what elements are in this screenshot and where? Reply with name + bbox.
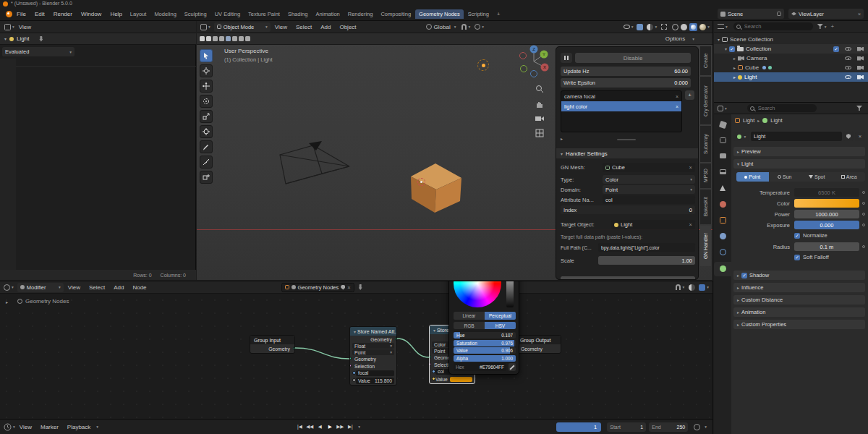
- hsv-tab[interactable]: HSV: [485, 322, 516, 329]
- jump-to-start-button[interactable]: |◀: [294, 422, 305, 432]
- sidebar-tab-mp3d[interactable]: MP3D: [700, 163, 711, 188]
- color-swatch[interactable]: [794, 199, 859, 208]
- alpha-slider[interactable]: Alpha1.000: [454, 355, 516, 362]
- spreadsheet-editor-icon[interactable]: [4, 24, 11, 30]
- ortho-toggle-icon[interactable]: [535, 129, 544, 137]
- tool-rotate[interactable]: [200, 95, 213, 108]
- tab-geometry-nodes[interactable]: Geometry Nodes: [415, 9, 464, 19]
- pin-icon[interactable]: [359, 284, 362, 290]
- cube-object[interactable]: [402, 156, 469, 216]
- light-object[interactable]: [477, 59, 489, 71]
- node-overlays-icon[interactable]: [689, 284, 695, 291]
- viewport-3d[interactable]: ▾ Object Mode▾ View Select Add Object Gl…: [197, 21, 713, 280]
- sidebar-tab-cry-generator[interactable]: Cry Generator: [700, 77, 711, 124]
- type-area-button[interactable]: Area: [833, 172, 866, 182]
- node-node-menu[interactable]: Node: [128, 284, 150, 291]
- tab-viewlayer-icon[interactable]: [720, 169, 726, 174]
- collection-checkbox[interactable]: ✓: [729, 46, 735, 52]
- socket-geometry-in[interactable]: [430, 355, 431, 359]
- outliner-editor-icon[interactable]: [718, 24, 724, 29]
- socket-value-in[interactable]: [352, 378, 356, 382]
- menu-help[interactable]: Help: [106, 11, 126, 17]
- eye-icon[interactable]: [845, 56, 851, 60]
- tab-constraints-icon[interactable]: [720, 233, 726, 239]
- render-visibility-icon[interactable]: [857, 56, 864, 61]
- timeline-view-menu[interactable]: View: [15, 424, 36, 430]
- animate-dot[interactable]: [862, 191, 865, 194]
- render-visibility-icon[interactable]: [857, 66, 864, 70]
- scene-selector[interactable]: Scene: [718, 9, 784, 19]
- tab-world-icon[interactable]: [720, 201, 726, 208]
- viewport-editor-icon[interactable]: [200, 24, 207, 30]
- list-item-light-color[interactable]: light color ×: [561, 101, 681, 111]
- hex-field[interactable]: Hex#E79604FF: [454, 363, 506, 371]
- disable-button[interactable]: Disable: [575, 53, 691, 63]
- timeline-marker-menu[interactable]: Marker: [36, 424, 63, 430]
- attribute-name-field[interactable]: col: [603, 195, 695, 204]
- node-snap-icon[interactable]: [676, 284, 681, 290]
- render-visibility-icon[interactable]: [857, 47, 864, 51]
- tab-output-icon[interactable]: [720, 153, 726, 158]
- type-sun-button[interactable]: Sun: [769, 172, 801, 182]
- tab-animation[interactable]: Animation: [312, 9, 343, 19]
- node-group-output[interactable]: Group Output Geometry: [516, 335, 561, 354]
- shading-material-icon[interactable]: [689, 23, 697, 31]
- node-select-menu[interactable]: Select: [85, 284, 109, 291]
- breadcrumb-data[interactable]: Light: [770, 117, 782, 124]
- node-view-menu[interactable]: View: [64, 284, 85, 291]
- blender-menu-logo-icon[interactable]: [6, 11, 12, 17]
- expand-arrow-icon[interactable]: ▸: [561, 136, 563, 141]
- perceptual-button[interactable]: Perceptual: [485, 312, 516, 320]
- eye-icon[interactable]: [845, 47, 851, 51]
- type-point-button[interactable]: Point: [736, 172, 769, 182]
- viewport-select-menu[interactable]: Select: [292, 24, 316, 30]
- tab-object-icon[interactable]: [720, 217, 726, 224]
- tool-annotate[interactable]: [200, 140, 213, 153]
- power-field[interactable]: 1000.000: [794, 210, 859, 218]
- pause-button[interactable]: [561, 53, 572, 63]
- eyedropper-button[interactable]: [509, 363, 516, 371]
- sidebar-tab-bakeskit[interactable]: BakesKit: [700, 190, 711, 224]
- domain-dropdown[interactable]: Point▾: [352, 349, 394, 355]
- tab-rendering[interactable]: Rendering: [344, 9, 377, 19]
- outliner-search[interactable]: [733, 22, 813, 30]
- prev-keyframe-button[interactable]: ◀◀: [305, 422, 315, 432]
- socket-selection-in[interactable]: [430, 362, 431, 366]
- zoom-icon[interactable]: [535, 85, 544, 93]
- menu-edit[interactable]: Edit: [30, 11, 49, 17]
- dataset-dropdown[interactable]: Evaluated▾: [2, 47, 75, 56]
- camera-view-icon[interactable]: [535, 115, 544, 122]
- tab-physics-icon[interactable]: [720, 249, 726, 255]
- shading-wireframe-icon[interactable]: [672, 24, 678, 30]
- radius-field[interactable]: 0.1 m: [794, 242, 859, 251]
- value-field[interactable]: Value115.800: [356, 378, 394, 384]
- index-field[interactable]: Index0: [561, 205, 695, 214]
- node-editor-icon[interactable]: [4, 284, 10, 291]
- frame-end-field[interactable]: End250: [649, 422, 688, 432]
- value-slider[interactable]: [506, 281, 514, 307]
- section-light[interactable]: ▾Light: [733, 159, 865, 169]
- exclude-checkbox[interactable]: ✓: [833, 46, 839, 52]
- properties-filter-icon[interactable]: [856, 106, 862, 111]
- tool-select-box[interactable]: [200, 49, 213, 62]
- menu-file[interactable]: File: [12, 11, 30, 17]
- normalize-checkbox[interactable]: ✓: [794, 233, 800, 239]
- node-store-named-attribute-1[interactable]: ▾Store Named Att... Geometry Float▾ Poin…: [349, 326, 397, 386]
- target-object-field[interactable]: Light×: [611, 220, 695, 229]
- section-influence[interactable]: ▸Influence: [733, 283, 865, 292]
- orientation-dropdown[interactable]: Global▾: [426, 24, 456, 30]
- eye-icon[interactable]: [845, 66, 851, 69]
- next-keyframe-button[interactable]: ▶▶: [335, 422, 345, 432]
- shading-solid-icon[interactable]: [681, 24, 687, 30]
- sidebar-tab-create[interactable]: Create: [700, 46, 711, 75]
- shadow-checkbox[interactable]: ✓: [741, 273, 747, 278]
- color-value-swatch[interactable]: [450, 377, 472, 382]
- name-field[interactable]: focal: [356, 370, 394, 376]
- tool-scale[interactable]: [200, 110, 213, 123]
- proportional-edit-icon[interactable]: [475, 24, 480, 30]
- play-button[interactable]: ▶: [325, 422, 335, 432]
- write-epsilon-field[interactable]: Write Epsilon0.000: [561, 78, 691, 88]
- mode-dropdown[interactable]: Object Mode▾: [214, 22, 271, 32]
- socket-name-in[interactable]: [432, 370, 435, 373]
- breadcrumb-object[interactable]: Light: [743, 117, 754, 124]
